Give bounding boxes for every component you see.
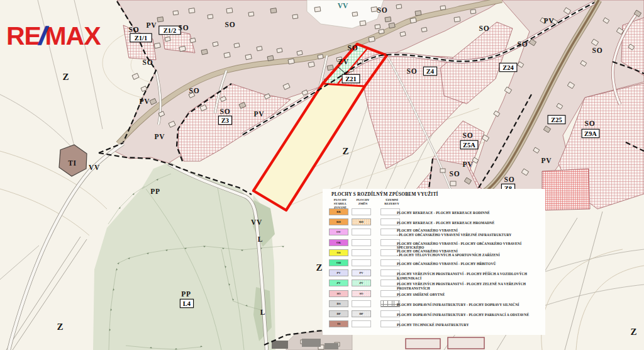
building bbox=[450, 181, 456, 186]
building bbox=[292, 14, 298, 19]
label-text: SO bbox=[518, 40, 528, 48]
remax-logo-re: RE bbox=[6, 21, 41, 50]
remax-logo-max: MAX bbox=[45, 21, 100, 50]
label-text: Z5A bbox=[463, 142, 475, 149]
map-label-PV: PV bbox=[155, 133, 165, 140]
legend-description: PLOCHY REKREACE - PLOCHY REKREACE RODINN… bbox=[397, 211, 545, 215]
label-text: Z bbox=[62, 72, 69, 82]
map-label-PV: PV bbox=[147, 21, 157, 29]
zone-label-L4: L4 bbox=[180, 299, 193, 308]
label-text: SO bbox=[377, 6, 388, 14]
map-label-SO: SO bbox=[189, 87, 200, 94]
zone-label-Z11: Z1/1 bbox=[130, 33, 152, 42]
label-text: SO bbox=[179, 24, 189, 31]
zone-label-Z12: Z1/2 bbox=[159, 26, 180, 35]
label-text: PV bbox=[155, 133, 165, 140]
legend-column-header: ÚZEMNÍREZERVY bbox=[380, 198, 403, 206]
map-label-L: L bbox=[260, 308, 265, 316]
legend-description: PLOCHY DOPRAVNÍ INFRASTRUKTURY - PLOCHY … bbox=[397, 313, 545, 317]
legend-swatch-change-PV: PV bbox=[352, 269, 371, 276]
zone-label-Z3: Z3 bbox=[218, 116, 231, 125]
zone-label-Z25: Z25 bbox=[548, 115, 565, 124]
map-label-PV: PV bbox=[140, 98, 150, 105]
legend-description-line: - PLOCHY OBČANSKÉHO VYBAVENÍ VEŘEJNÉ INF… bbox=[397, 233, 545, 237]
legend-description-line: PLOCHY VEŘEJNÝCH PROSTRANSTVÍ - PLOCHY P… bbox=[397, 272, 545, 280]
building bbox=[224, 52, 230, 58]
zone-label-Z5A: Z5A bbox=[460, 140, 478, 149]
legend-description-line: PLOCHY DOPRAVNÍ INFRASTRUKTURY - PLOCHY … bbox=[397, 303, 545, 307]
building bbox=[201, 49, 208, 55]
legend-row-RH: RHRHPLOCHY REKREACE - PLOCHY REKREACE HR… bbox=[323, 218, 545, 229]
label-text: SO bbox=[479, 25, 490, 32]
label-text: Z3 bbox=[221, 117, 229, 124]
legend-description: PLOCHY OBČANSKÉHO VYBAVENÍ- PLOCHY OBČAN… bbox=[397, 229, 545, 237]
legend-swatch-change-OK bbox=[352, 239, 371, 246]
map-label-SO: SO bbox=[225, 21, 236, 28]
building bbox=[371, 7, 377, 12]
legend-swatch-ZV: ZV bbox=[329, 279, 348, 286]
building bbox=[213, 42, 218, 47]
building bbox=[400, 31, 406, 37]
label-text: L bbox=[258, 235, 263, 243]
label-text: SO bbox=[220, 108, 231, 115]
legend-row-OS: OSPLOCHY OBČANSKÉHO VYBAVENÍ- PLOCHY TĚL… bbox=[323, 249, 545, 259]
legend-panel: PLOCHY S ROZDÍLNÝM ZPŮSOBEM VYUŽITÍ PLOC… bbox=[323, 189, 545, 335]
legend-column-header-line: REZERVY bbox=[380, 202, 403, 206]
map-label-VV: VV bbox=[338, 2, 348, 9]
building bbox=[226, 8, 233, 13]
map-label-Z: Z bbox=[316, 262, 323, 273]
label-text: Z1/2 bbox=[164, 27, 176, 34]
zone-label-Z9A: Z9A bbox=[582, 129, 599, 138]
building bbox=[190, 38, 196, 43]
legend-row-ZV: ZVZVPLOCHY VEŘEJNÝCH PROSTRANSTVÍ - PLOC… bbox=[323, 279, 545, 290]
map-label-SO: SO bbox=[479, 25, 490, 32]
map-label-L: L bbox=[258, 235, 263, 243]
legend-row-RR: RRPLOCHY REKREACE - PLOCHY REKREACE RODI… bbox=[323, 208, 545, 218]
label-text: L bbox=[260, 308, 265, 316]
label-text: Z bbox=[630, 327, 637, 337]
map-label-SO: SO bbox=[143, 59, 153, 66]
label-text: PP bbox=[181, 290, 191, 298]
building bbox=[277, 48, 282, 53]
label-text: PV bbox=[254, 110, 265, 118]
legend-row-PV: PVPVPLOCHY VEŘEJNÝCH PROSTRANSTVÍ - PLOC… bbox=[323, 269, 545, 279]
legend-description-line: PLOCHY OBČANSKÉHO VYBAVENÍ - PLOCHY HŘBI… bbox=[397, 262, 545, 266]
building bbox=[396, 4, 402, 9]
zone-label-Z21: Z21 bbox=[342, 74, 360, 83]
map-canvas: SOPVZ1/1Z1/2SOSOSOZPVSOSOZ3PVPVVVSOSOZVZ… bbox=[0, 0, 644, 350]
building bbox=[208, 14, 213, 19]
label-text: PV bbox=[147, 21, 157, 29]
label-text: SO bbox=[463, 132, 474, 139]
label-text: SO bbox=[189, 87, 200, 94]
building bbox=[369, 37, 375, 42]
map-label-SO: SO bbox=[504, 176, 515, 183]
legend-column-header: PLOCHYSTABILI-ZOVANÉ bbox=[329, 198, 352, 209]
legend-swatch-SO: SO bbox=[329, 290, 348, 297]
legend-title: PLOCHY S ROZDÍLNÝM ZPŮSOBEM VYUŽITÍ bbox=[331, 191, 438, 197]
label-text: PP bbox=[150, 188, 160, 195]
legend-swatch-change-OV bbox=[352, 229, 371, 235]
map-label-Z: Z bbox=[630, 327, 637, 337]
building bbox=[389, 23, 395, 28]
label-text: Z bbox=[57, 322, 64, 332]
building bbox=[308, 62, 314, 67]
legend-description-line: PLOCHY SMÍŠENÉ OBYTNÉ bbox=[397, 293, 545, 296]
map-label-SO: SO bbox=[585, 120, 596, 127]
building bbox=[385, 17, 391, 22]
map-label-SO: SO bbox=[377, 6, 388, 14]
label-text: SO bbox=[450, 170, 460, 178]
legend-column-header: PLOCHYZMĚN bbox=[352, 198, 374, 206]
legend-swatch-OS: OS bbox=[329, 249, 348, 256]
label-text: SO bbox=[592, 47, 603, 54]
legend-swatch-change-RR bbox=[352, 208, 371, 215]
map-label-PV: PV bbox=[544, 17, 555, 25]
building bbox=[314, 7, 321, 12]
legend-description-line: PLOCHY OBČANSKÉHO VYBAVENÍ - PLOCHY OBČA… bbox=[397, 242, 545, 250]
legend-description: PLOCHY OBČANSKÉHO VYBAVENÍ- PLOCHY TĚLOV… bbox=[397, 249, 545, 257]
building bbox=[234, 43, 240, 48]
legend-swatch-OH: OH bbox=[329, 259, 348, 266]
legend-swatch-change-DP: DP bbox=[352, 310, 371, 317]
map-label-PV: PV bbox=[254, 110, 265, 118]
map-label-PV: PV bbox=[541, 157, 552, 164]
label-text: VV bbox=[89, 164, 100, 171]
